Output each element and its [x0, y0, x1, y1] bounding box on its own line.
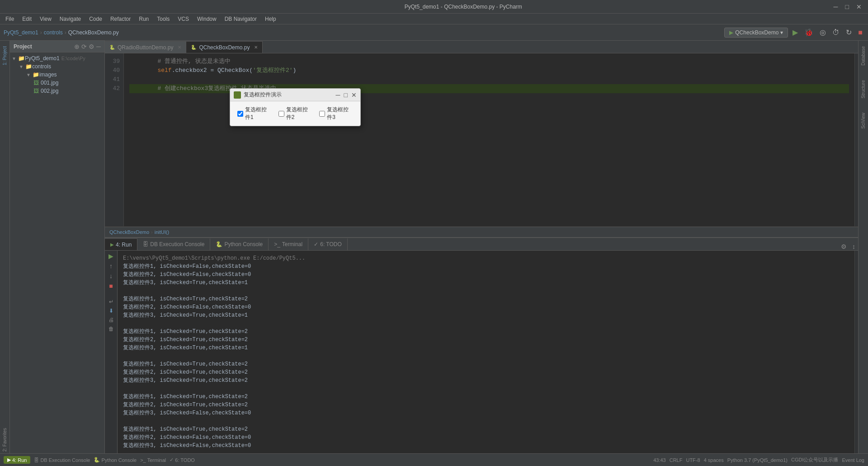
tab-qcheckboxdemo[interactable]: 🐍 QCheckBoxDemo.py ✕	[186, 41, 263, 53]
run-with-coverage-button[interactable]: ◎	[818, 27, 828, 38]
panel-add-icon[interactable]: ⊕	[74, 43, 80, 50]
editor-scrollbar[interactable]	[854, 53, 858, 226]
run-button[interactable]: ▶	[791, 27, 800, 38]
status-python-console[interactable]: 🐍 Python Console	[94, 457, 137, 463]
run-scroll-end-icon[interactable]: ⬇	[109, 308, 113, 314]
run-status-label: 4: Run	[12, 457, 27, 463]
tree-images[interactable]: ▼ 📁 images	[10, 71, 104, 79]
menu-file[interactable]: File	[2, 15, 18, 23]
run-tab-terminal[interactable]: >_ Terminal	[269, 238, 308, 250]
minimize-button[interactable]: ─	[832, 3, 840, 10]
output-cmd-line: E:\venvs\PyQt5_demo1\Scripts\python.exe …	[123, 254, 849, 262]
sidebar-item-sciview[interactable]: SciView	[860, 111, 867, 130]
panel-settings-icon[interactable]: ⚙	[89, 43, 94, 50]
menu-vcs[interactable]: VCS	[174, 15, 193, 23]
tree-controls[interactable]: ▼ 📁 controls	[10, 62, 104, 71]
stop-button[interactable]: ■	[856, 28, 864, 38]
tree-root[interactable]: ▼ 📁 PyQt5_demo1 E:\code\Py	[10, 54, 104, 62]
checkbox-2-label[interactable]: 复选框控件2	[278, 106, 312, 121]
debug-button[interactable]: 🐞	[802, 27, 815, 38]
run-tab-run[interactable]: ▶ 4: Run	[105, 238, 137, 250]
file-001jpg-icon: 🖼	[33, 80, 39, 86]
run-stop-icon[interactable]: ■	[109, 282, 113, 290]
menu-db-navigator[interactable]: DB Navigator	[221, 15, 260, 23]
tab-qradiobuttondemo[interactable]: 🐍 QRadioButtonDemo.py ✕	[105, 41, 186, 53]
panel-collapse-icon[interactable]: ─	[96, 43, 101, 50]
breadcrumb-controls[interactable]: controls	[44, 29, 63, 36]
status-indent[interactable]: 4 spaces	[704, 457, 724, 463]
breadcrumb-root[interactable]: PyQt5_demo1	[4, 29, 38, 36]
status-todo[interactable]: ✓ 6: TODO	[170, 457, 195, 463]
checkbox-1[interactable]	[237, 111, 243, 117]
checkbox-3-label[interactable]: 复选框控件3	[319, 106, 353, 121]
run-output-scrollbar[interactable]	[854, 251, 858, 453]
menu-tools[interactable]: Tools	[153, 15, 173, 23]
maximize-button[interactable]: □	[844, 3, 851, 10]
line-numbers: 39 40 41 42	[105, 53, 124, 226]
menu-window[interactable]: Window	[193, 15, 220, 23]
run-tab-todo[interactable]: ✓ 6: TODO	[308, 238, 348, 250]
status-position[interactable]: 43:43	[653, 457, 666, 463]
run-tab-python[interactable]: 🐍 Python Console	[210, 238, 269, 250]
status-db-console[interactable]: 🗄 DB Execution Console	[34, 457, 90, 463]
run-panel-settings-icon[interactable]: ⚙	[838, 243, 849, 250]
tree-002jpg[interactable]: 🖼 002.jpg	[10, 87, 104, 95]
status-event-log[interactable]: Event Log	[842, 457, 864, 463]
run-print-icon[interactable]: 🖨	[108, 317, 114, 323]
run-status-icon: ▶	[7, 457, 11, 463]
checkbox-1-label[interactable]: 复选框控件1	[237, 106, 271, 121]
status-encoding[interactable]: UTF-8	[686, 457, 700, 463]
breadcrumb-method[interactable]: initUI()	[155, 229, 169, 235]
menu-run[interactable]: Run	[135, 15, 152, 23]
panel-sync-icon[interactable]: ⟳	[81, 43, 87, 50]
file-002jpg-icon: 🖼	[33, 88, 39, 94]
demo-maximize-button[interactable]: □	[344, 91, 348, 99]
menu-code[interactable]: Code	[85, 15, 106, 23]
menu-help[interactable]: Help	[261, 15, 280, 23]
status-git-info: CGDI公众号以及示播	[791, 456, 839, 463]
sidebar-item-structure[interactable]: Structure	[860, 78, 867, 100]
run-restart-icon[interactable]: ▶	[108, 252, 113, 260]
menu-navigate[interactable]: Navigate	[56, 15, 85, 23]
run-down-icon[interactable]: ↓	[109, 272, 113, 280]
demo-close-button[interactable]: ✕	[351, 91, 357, 99]
demo-window-titlebar[interactable]: 复选框控件演示 ─ □ ✕	[230, 89, 360, 101]
editor-breadcrumb: QCheckBoxDemo › initUI()	[105, 227, 858, 238]
output-line-6: 复选框控件3, isChecked=True,checkState=1	[123, 311, 849, 319]
run-config-button[interactable]: ▶ QCheckBoxDemo ▾	[724, 28, 788, 38]
code-editor[interactable]: 39 40 41 42 # 普通控件, 状态是未选中 self.checkbox…	[105, 53, 858, 227]
sidebar-item-project[interactable]: 1: Project	[1, 44, 8, 67]
sidebar-item-database[interactable]: Database	[860, 44, 867, 67]
profile-button[interactable]: ⏱	[830, 28, 841, 38]
run-up-icon[interactable]: ↑	[109, 262, 113, 270]
run-panel-restore-icon[interactable]: ↕	[849, 243, 858, 250]
run-status-button[interactable]: ▶ 4: Run	[4, 456, 30, 464]
breadcrumb-sep-2: ›	[65, 29, 66, 36]
menu-edit[interactable]: Edit	[19, 15, 35, 23]
run-side-toolbar: ▶ ↑ ↓ ■ ↵ ⬇ 🖨 🗑	[105, 251, 118, 453]
run-clear-icon[interactable]: 🗑	[108, 326, 114, 332]
demo-window: 复选框控件演示 ─ □ ✕ 复选框控件1 复选框控件2 复选框控件3	[230, 88, 361, 126]
code-content[interactable]: # 普通控件, 状态是未选中 self.checkbox2 = QCheckBo…	[124, 53, 854, 226]
tab-radio-close[interactable]: ✕	[178, 45, 181, 50]
run-tab-db[interactable]: 🗄 DB Execution Console	[137, 238, 210, 250]
menu-refactor[interactable]: Refactor	[107, 15, 134, 23]
breadcrumb-arrow: ›	[151, 229, 153, 235]
menu-view[interactable]: View	[36, 15, 55, 23]
demo-minimize-button[interactable]: ─	[336, 91, 340, 99]
reload-button[interactable]: ↻	[844, 27, 854, 38]
tree-001jpg[interactable]: 🖼 001.jpg	[10, 79, 104, 87]
controls-folder-icon: 📁	[25, 63, 32, 70]
breadcrumb-class[interactable]: QCheckBoxDemo	[109, 229, 149, 235]
run-soft-wrap-icon[interactable]: ↵	[109, 299, 113, 305]
images-folder-icon: 📁	[33, 71, 39, 78]
tab-checkbox-close[interactable]: ✕	[254, 45, 258, 50]
status-python-version[interactable]: Python 3.7 (PyQt5_demo1)	[727, 457, 788, 463]
breadcrumb-file[interactable]: QCheckBoxDemo.py	[68, 29, 119, 36]
sidebar-item-favorites[interactable]: 2: Favorites	[1, 426, 8, 453]
status-linesep[interactable]: CRLF	[670, 457, 683, 463]
checkbox-3[interactable]	[319, 111, 325, 117]
checkbox-2[interactable]	[278, 111, 284, 117]
close-button[interactable]: ✕	[854, 3, 863, 10]
status-terminal[interactable]: >_ Terminal	[140, 457, 166, 463]
